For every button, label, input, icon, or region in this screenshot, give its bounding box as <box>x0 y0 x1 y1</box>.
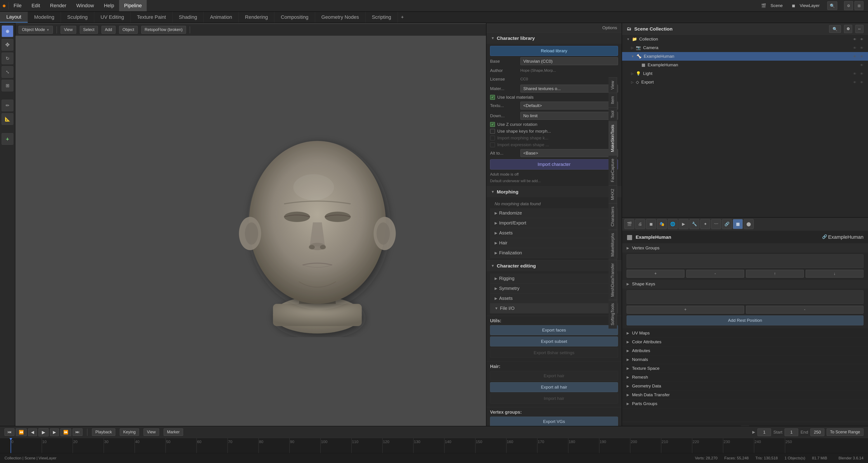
light-render[interactable]: 👁 <box>860 72 864 76</box>
geometry-data-header[interactable]: ▶ Geometry Data <box>622 382 868 390</box>
texture-select[interactable]: <Default> <box>520 102 618 110</box>
import-export-collapsible[interactable]: ▶ Import/Export <box>490 218 618 228</box>
retopo-btn[interactable]: RetopoFlow (broken) <box>141 26 186 34</box>
prop-tab-view-layer[interactable]: ◼ <box>646 219 656 229</box>
export-bshar-btn[interactable]: Export Bshar settings <box>490 348 618 358</box>
prop-tab-modifier[interactable]: 🔧 <box>689 219 700 229</box>
object-menu-btn[interactable]: Object <box>119 26 138 34</box>
object-mode-selector[interactable]: Object Mode ▼ <box>19 26 53 34</box>
move-tool-btn[interactable]: ✥ <box>2 39 13 51</box>
prop-tab-output[interactable]: 🖨 <box>635 219 645 229</box>
outliner-light[interactable]: ▷ 💡 Light 👁 👁 <box>622 69 868 78</box>
collection-eye[interactable]: 👁 <box>853 37 857 41</box>
shape-keys-cb[interactable] <box>490 129 495 134</box>
randomize-collapsible[interactable]: ▶ Randomize <box>490 208 618 218</box>
morphing-header[interactable]: ▼ Morphing <box>487 186 622 197</box>
layout-toggle[interactable]: ⊞ <box>855 1 864 10</box>
vertex-groups-header[interactable]: ▶ Vertex Groups <box>622 244 868 253</box>
measure-tool-btn[interactable]: 📐 <box>2 113 13 125</box>
z-cursor-cb[interactable]: ✓ <box>490 122 495 127</box>
tab-sculpting[interactable]: Sculpting <box>61 12 94 23</box>
view-menu-btn[interactable]: View <box>61 26 76 34</box>
human-render[interactable]: 👁 <box>860 55 864 58</box>
scene-name[interactable]: Scene <box>771 3 783 8</box>
jump-end-btn[interactable]: ⏭ <box>72 428 83 436</box>
add-object-btn[interactable]: + <box>2 133 13 145</box>
uv-maps-header[interactable]: ▶ UV Maps <box>622 329 868 338</box>
export-faces-btn[interactable]: Export faces <box>490 325 618 335</box>
outliner-filter-btn[interactable]: ⚙ <box>844 25 852 33</box>
play-btn[interactable]: ▶ <box>38 428 49 436</box>
collection-render-eye[interactable]: 👁 <box>860 37 864 41</box>
prop-tab-physics[interactable]: 〰 <box>711 219 721 229</box>
finalization-collapsible[interactable]: ▶ Finalization <box>490 248 618 258</box>
menu-help[interactable]: Help <box>99 0 119 11</box>
download-select[interactable]: No limit <box>520 112 618 120</box>
import-character-btn[interactable]: Import character <box>490 159 618 170</box>
rotate-tool-btn[interactable]: ↻ <box>2 53 13 64</box>
link-icon[interactable]: 🔗 <box>822 234 827 240</box>
prop-tab-scene[interactable]: 🎭 <box>657 219 667 229</box>
rigging-collapsible[interactable]: ▶ Rigging <box>490 273 618 284</box>
marker-menu[interactable]: Marker <box>164 428 183 436</box>
outliner-scene-collection[interactable]: ▼ 📁 Collection 👁 👁 <box>622 35 868 44</box>
n-tab-facecap[interactable]: FaceCapture <box>609 155 617 185</box>
next-keyframe-btn[interactable]: ▶ <box>50 428 59 436</box>
symmetry-collapsible[interactable]: ▶ Symmetry <box>490 284 618 293</box>
outliner-example-human-mesh[interactable]: ▦ ExampleHuman 👁 <box>622 61 868 69</box>
menu-pipeline[interactable]: Pipeline <box>119 0 147 11</box>
shape-key-list[interactable] <box>627 290 864 304</box>
export-subset-btn[interactable]: Export subset <box>490 337 618 346</box>
menu-edit[interactable]: Edit <box>26 0 45 11</box>
n-tab-item[interactable]: Item <box>609 93 617 107</box>
tab-geometry-nodes[interactable]: Geometry Nodes <box>315 12 366 23</box>
tab-scripting[interactable]: Scripting <box>366 12 398 23</box>
workspace-settings[interactable]: ⚙ <box>844 1 853 10</box>
step-back-btn[interactable]: ⏪ <box>16 428 27 436</box>
export-vgs-btn[interactable]: Export VGs <box>490 416 618 427</box>
export-eye[interactable]: 👁 <box>853 80 857 84</box>
menu-window[interactable]: Window <box>71 0 99 11</box>
step-fwd-btn[interactable]: ⏩ <box>60 428 71 436</box>
vg-add-btn[interactable]: + <box>627 270 684 278</box>
scale-tool-btn[interactable]: ⤡ <box>2 66 13 78</box>
outliner-camera[interactable]: ▷ 📷 Camera 👁 👁 <box>622 44 868 52</box>
n-tab-softing[interactable]: SoftingTools <box>609 300 617 328</box>
outliner-example-human[interactable]: ▼ 🦴 ExampleHuman 👁 👁 <box>622 52 868 61</box>
texture-space-header[interactable]: ▶ Texture Space <box>622 364 868 373</box>
char-assets-collapsible[interactable]: ▶ Assets <box>490 293 618 303</box>
attributes-header[interactable]: ▶ Attributes <box>622 346 868 355</box>
character-library-header[interactable]: ▼ Character library <box>487 33 622 44</box>
menu-render[interactable]: Render <box>45 0 71 11</box>
file-io-collapsible[interactable]: ▼ File I/O <box>490 303 618 313</box>
keying-menu[interactable]: Keying <box>120 428 139 436</box>
jump-start-btn[interactable]: ⏮ <box>4 428 14 436</box>
n-tab-meshdata[interactable]: MeshDataTransfer <box>609 260 617 300</box>
export-render[interactable]: 👁 <box>860 80 864 84</box>
export-hair-btn[interactable]: Export hair <box>490 371 618 381</box>
human-eye[interactable]: 👁 <box>853 55 857 58</box>
prop-tab-world[interactable]: 🌐 <box>668 219 678 229</box>
search-bar[interactable]: 🔍 <box>827 1 837 10</box>
remesh-header[interactable]: ▶ Remesh <box>622 373 868 382</box>
n-tab-makehuman[interactable]: MakeSkinTools <box>609 121 617 155</box>
parts-groups-header[interactable]: ▶ Parts Groups <box>622 399 868 408</box>
sk-remove-btn[interactable]: - <box>746 306 864 314</box>
add-rest-position-btn[interactable]: Add Rest Position <box>627 315 864 325</box>
outliner-sync-btn[interactable]: ↔ <box>855 25 864 33</box>
prop-tab-data[interactable]: ▦ <box>733 219 743 229</box>
menu-file[interactable]: File <box>8 0 26 11</box>
vg-up-btn[interactable]: ↑ <box>746 270 804 278</box>
options-label[interactable]: Options <box>602 25 617 30</box>
shape-keys-header[interactable]: ▶ Shape Keys <box>622 280 868 289</box>
sk-add-btn[interactable]: + <box>627 306 744 314</box>
prev-keyframe-btn[interactable]: ◀ <box>28 428 37 436</box>
n-tab-mhx2[interactable]: MHX2 <box>609 185 617 203</box>
select-menu-btn[interactable]: Select <box>80 26 98 34</box>
prop-tab-constraints[interactable]: 🔗 <box>722 219 732 229</box>
add-workspace-tab[interactable]: + <box>398 14 407 20</box>
camera-eye[interactable]: 👁 <box>853 46 857 50</box>
current-frame-input[interactable]: 1 <box>757 428 771 436</box>
vg-remove-btn[interactable]: - <box>686 270 744 278</box>
prop-tab-material[interactable]: ⬤ <box>744 219 754 229</box>
